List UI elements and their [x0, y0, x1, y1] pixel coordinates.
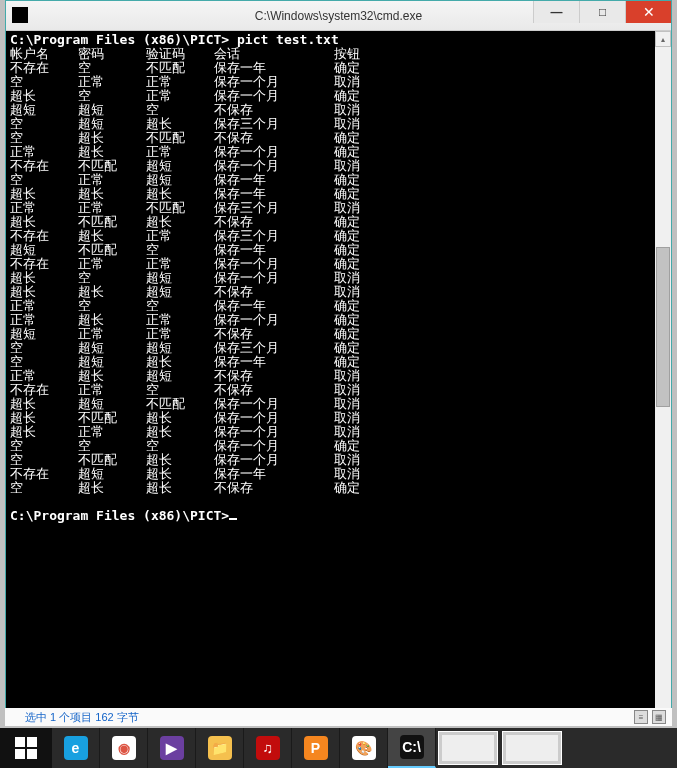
cell: 保存一年	[214, 467, 334, 481]
cell: 取消	[334, 117, 394, 131]
cell: 保存一个月	[214, 75, 334, 89]
cell: 正常	[78, 257, 146, 271]
cell: 保存一个月	[214, 159, 334, 173]
cmd-window: C:\Windows\system32\cmd.exe — □ ✕ C:\Pro…	[5, 0, 672, 726]
cell: 取消	[334, 285, 394, 299]
cell: 取消	[334, 425, 394, 439]
taskbar-item-explorer[interactable]: 📁	[196, 728, 244, 768]
cell: 取消	[334, 201, 394, 215]
cell: 空	[10, 173, 78, 187]
taskbar-item-paint[interactable]: 🎨	[340, 728, 388, 768]
cell: 空	[10, 355, 78, 369]
cell: 不存在	[10, 61, 78, 75]
explorer-icon: 📁	[208, 736, 232, 760]
cell: 确定	[334, 355, 394, 369]
cell: 正常	[78, 327, 146, 341]
table-row: 空正常正常保存一个月取消	[10, 75, 651, 89]
cell: 正常	[10, 145, 78, 159]
cell: 正常	[146, 313, 214, 327]
cell: 保存一个月	[214, 145, 334, 159]
console-output[interactable]: C:\Program Files (x86)\PICT> pict test.t…	[6, 31, 655, 725]
cell: 取消	[334, 467, 394, 481]
cell: 超长	[146, 453, 214, 467]
minimize-button[interactable]: —	[533, 1, 579, 23]
table-row: 正常正常不匹配保存三个月取消	[10, 201, 651, 215]
cell: 超长	[146, 425, 214, 439]
cell: 超长	[10, 425, 78, 439]
cell: 正常	[10, 201, 78, 215]
cell: 确定	[334, 215, 394, 229]
start-button[interactable]	[0, 728, 52, 768]
cell: 空	[10, 131, 78, 145]
cell: 不保存	[214, 131, 334, 145]
view-large-icon[interactable]: ▦	[652, 710, 666, 724]
cell: 超短	[146, 173, 214, 187]
cell: 超短	[146, 341, 214, 355]
cell: 保存三个月	[214, 201, 334, 215]
cell: 不保存	[214, 383, 334, 397]
header-cell: 帐户名	[10, 47, 78, 61]
taskbar-item-cmd[interactable]: C:\	[388, 728, 436, 768]
cell: 保存一年	[214, 61, 334, 75]
cell: 确定	[334, 439, 394, 453]
table-row: 空正常超短保存一年确定	[10, 173, 651, 187]
taskbar-thumbnail[interactable]	[502, 731, 562, 765]
taskbar-item-chrome[interactable]: ◉	[100, 728, 148, 768]
titlebar[interactable]: C:\Windows\system32\cmd.exe — □ ✕	[6, 1, 671, 31]
cell: 不保存	[214, 327, 334, 341]
cell: 确定	[334, 89, 394, 103]
table-row: 不存在超短超长保存一年取消	[10, 467, 651, 481]
media-icon: ▶	[160, 736, 184, 760]
maximize-button[interactable]: □	[579, 1, 625, 23]
cell: 空	[146, 383, 214, 397]
cell: 超短	[78, 467, 146, 481]
cell: 超长	[78, 369, 146, 383]
cell: 空	[78, 61, 146, 75]
cell: 超短	[146, 285, 214, 299]
taskbar-thumbnail[interactable]	[438, 731, 498, 765]
table-row: 超短不匹配空保存一年确定	[10, 243, 651, 257]
taskbar-item-media[interactable]: ▶	[148, 728, 196, 768]
status-bar: 选中 1 个项目 162 字节 ≡ ▦	[5, 708, 672, 726]
cell: 正常	[146, 327, 214, 341]
scroll-up-button[interactable]: ▴	[655, 31, 671, 47]
taskbar-item-ie[interactable]: e	[52, 728, 100, 768]
cell: 超短	[146, 369, 214, 383]
table-row: 超长空超短保存一个月取消	[10, 271, 651, 285]
cell: 确定	[334, 313, 394, 327]
cell: 超长	[146, 467, 214, 481]
cell: 超短	[78, 341, 146, 355]
cell: 空	[146, 299, 214, 313]
table-row: 空空空保存一个月确定	[10, 439, 651, 453]
taskbar-item-wps[interactable]: P	[292, 728, 340, 768]
cell: 空	[10, 75, 78, 89]
cell: 取消	[334, 369, 394, 383]
table-row: 超短超短空不保存取消	[10, 103, 651, 117]
cell: 超长	[146, 411, 214, 425]
cell: 空	[10, 117, 78, 131]
cell: 不匹配	[146, 61, 214, 75]
cell: 确定	[334, 173, 394, 187]
scroll-track[interactable]	[655, 47, 671, 709]
taskbar-item-netease[interactable]: ♫	[244, 728, 292, 768]
header-cell: 验证码	[146, 47, 214, 61]
table-row: 正常超长正常保存一个月确定	[10, 145, 651, 159]
scroll-thumb[interactable]	[656, 247, 670, 407]
view-details-icon[interactable]: ≡	[634, 710, 648, 724]
table-row: 超长超长超短不保存取消	[10, 285, 651, 299]
cell: 空	[10, 341, 78, 355]
close-button[interactable]: ✕	[625, 1, 671, 23]
cell: 超短	[78, 355, 146, 369]
cmd-icon: C:\	[400, 735, 424, 759]
table-header: 帐户名密码验证码会话按钮	[10, 47, 651, 61]
vertical-scrollbar[interactable]: ▴ ▾	[655, 31, 671, 725]
cmd-icon	[12, 7, 28, 23]
cell: 保存一个月	[214, 313, 334, 327]
cell: 超长	[146, 481, 214, 495]
netease-icon: ♫	[256, 736, 280, 760]
cell: 保存一个月	[214, 411, 334, 425]
cell: 正常	[10, 369, 78, 383]
cell: 不保存	[214, 369, 334, 383]
table-row: 超长空正常保存一个月确定	[10, 89, 651, 103]
cell: 超长	[10, 271, 78, 285]
